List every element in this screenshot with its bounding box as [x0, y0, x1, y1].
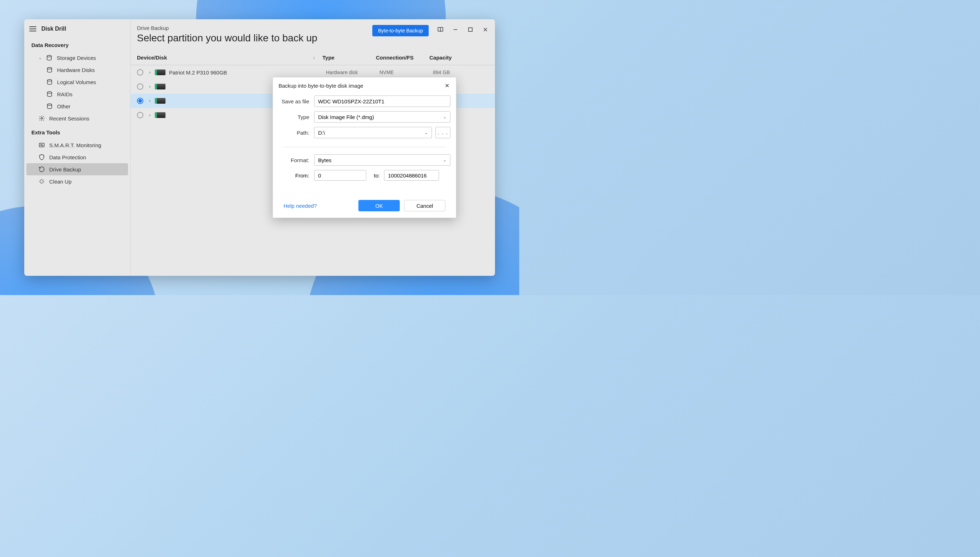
sidebar-item-storage-devices[interactable]: ⌄ Storage Devices: [26, 52, 128, 64]
sidebar-label: Recent Sessions: [49, 116, 90, 122]
menu-icon[interactable]: [29, 26, 36, 31]
cell-connection: NVME: [379, 70, 433, 75]
breadcrumb: Drive Backup: [137, 25, 372, 31]
backup-icon: [39, 166, 45, 173]
byte-to-byte-backup-button[interactable]: Byte-to-byte Backup: [372, 25, 429, 36]
svg-point-0: [47, 55, 51, 57]
sidebar-item-hardware-disks[interactable]: Hardware Disks: [26, 64, 128, 76]
type-value: Disk Image File (*.dmg): [318, 114, 374, 120]
disk-icon: [46, 103, 53, 109]
from-input[interactable]: [314, 170, 366, 181]
close-button[interactable]: [482, 26, 488, 33]
sidebar-label: Other: [57, 103, 70, 109]
col-connection[interactable]: Connection/FS: [376, 55, 430, 60]
ok-button[interactable]: OK: [358, 200, 400, 211]
minimize-button[interactable]: [452, 26, 459, 33]
sidebar-label: Clean Up: [49, 179, 72, 185]
radio-button[interactable]: [137, 98, 143, 104]
storage-icon: [46, 55, 52, 61]
to-label: to:: [366, 173, 384, 179]
col-capacity[interactable]: Capacity: [430, 55, 488, 60]
gear-icon: [39, 115, 45, 122]
disk-icon: [46, 67, 53, 73]
save-as-label: Save as file: [279, 98, 314, 104]
sidebar-label: S.M.A.R.T. Monitoring: [49, 142, 101, 148]
shield-icon: [39, 154, 45, 160]
close-icon[interactable]: ✕: [443, 82, 451, 89]
table-header: Device/Disk ↓ Type Connection/FS Capacit…: [131, 49, 495, 65]
sidebar-label: RAIDs: [57, 91, 72, 97]
svg-rect-8: [469, 28, 472, 32]
app-window: Disk Drill Data Recovery ⌄ Storage Devic…: [24, 19, 495, 276]
svg-point-2: [47, 80, 52, 81]
app-title: Disk Drill: [41, 26, 66, 32]
col-type[interactable]: Type: [322, 55, 376, 60]
help-link[interactable]: Help needed?: [284, 203, 317, 209]
chevron-down-icon: ⌄: [425, 130, 428, 135]
radio-button[interactable]: [137, 112, 143, 118]
path-select[interactable]: D:\ ⌄: [314, 127, 432, 138]
chevron-right-icon[interactable]: ›: [147, 70, 153, 75]
from-label: From:: [279, 173, 314, 179]
svg-point-5: [41, 117, 43, 119]
monitor-icon: [39, 142, 45, 148]
cancel-button[interactable]: Cancel: [404, 200, 446, 211]
svg-point-1: [47, 67, 52, 69]
topbar: Drive Backup Select partition you would …: [131, 19, 495, 47]
title-bar: Disk Drill: [24, 23, 130, 37]
page-title: Select partition you would like to back …: [137, 33, 372, 44]
chevron-right-icon[interactable]: ›: [147, 98, 153, 103]
disk-icon: [46, 91, 53, 97]
sidebar-item-raids[interactable]: RAIDs: [26, 88, 128, 100]
section-data-recovery: Data Recovery: [24, 37, 130, 52]
book-icon[interactable]: [437, 26, 444, 33]
radio-button[interactable]: [137, 83, 143, 90]
format-value: Bytes: [318, 157, 332, 163]
format-select[interactable]: Bytes ⌄: [314, 154, 451, 166]
chevron-down-icon: ⌄: [443, 158, 446, 163]
chevron-right-icon[interactable]: ›: [147, 84, 153, 89]
sidebar-item-other[interactable]: Other: [26, 100, 128, 112]
sort-arrow-icon: ↓: [313, 55, 315, 60]
drive-icon: [155, 98, 165, 104]
sidebar: Disk Drill Data Recovery ⌄ Storage Devic…: [24, 19, 131, 276]
chevron-down-icon: ⌄: [443, 114, 446, 119]
svg-point-3: [47, 91, 52, 93]
sidebar-label: Drive Backup: [49, 166, 81, 173]
sidebar-item-recent-sessions[interactable]: Recent Sessions: [26, 112, 128, 124]
svg-point-4: [47, 104, 52, 106]
main-panel: Drive Backup Select partition you would …: [131, 19, 495, 276]
sidebar-label: Hardware Disks: [57, 67, 95, 73]
format-label: Format:: [279, 157, 314, 163]
maximize-button[interactable]: [467, 26, 474, 33]
divider: [284, 147, 446, 147]
sidebar-item-data-protection[interactable]: Data Protection: [26, 151, 128, 163]
type-select[interactable]: Disk Image File (*.dmg) ⌄: [314, 111, 451, 122]
chevron-down-icon: ⌄: [39, 55, 42, 60]
sidebar-label: Data Protection: [49, 154, 86, 160]
sidebar-item-clean-up[interactable]: Clean Up: [26, 175, 128, 187]
drive-icon: [155, 70, 165, 75]
chevron-right-icon[interactable]: ›: [147, 112, 153, 117]
sidebar-item-smart[interactable]: S.M.A.R.T. Monitoring: [26, 139, 128, 151]
backup-dialog: Backup into byte-to-byte disk image ✕ Sa…: [273, 77, 456, 218]
sidebar-item-drive-backup[interactable]: Drive Backup: [26, 163, 128, 175]
section-extra-tools: Extra Tools: [24, 124, 130, 139]
path-value: D:\: [318, 130, 325, 136]
to-input[interactable]: [384, 170, 439, 181]
path-label: Path:: [279, 130, 314, 136]
col-device[interactable]: Device/Disk ↓: [137, 55, 322, 60]
drive-icon: [155, 112, 165, 118]
cell-type: Hardware disk: [326, 70, 379, 75]
drive-icon: [155, 84, 165, 90]
save-as-input[interactable]: [314, 96, 451, 107]
sidebar-item-logical-volumes[interactable]: Logical Volumes: [26, 76, 128, 88]
dialog-title: Backup into byte-to-byte disk image: [279, 83, 363, 89]
sidebar-label: Logical Volumes: [57, 79, 96, 85]
radio-button[interactable]: [137, 69, 143, 75]
browse-button[interactable]: . . .: [435, 127, 451, 138]
sparkle-icon: [39, 178, 45, 185]
sidebar-label: Storage Devices: [57, 55, 96, 61]
type-label: Type: [279, 114, 314, 120]
disk-icon: [46, 79, 53, 85]
